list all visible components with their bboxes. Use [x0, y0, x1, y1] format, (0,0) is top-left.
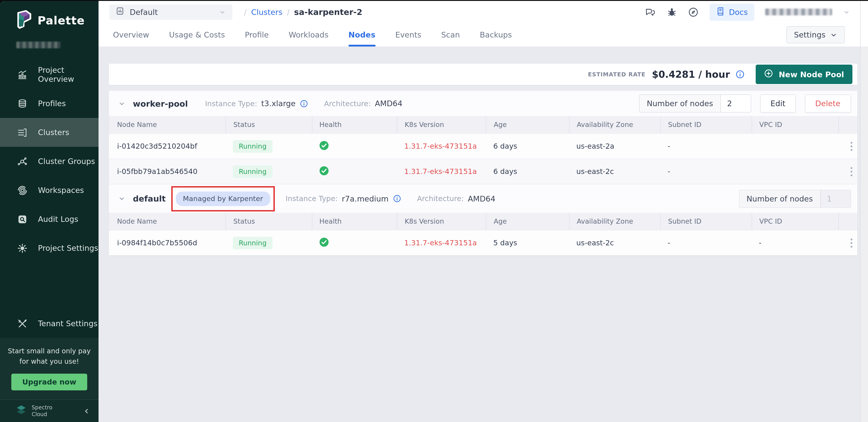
health-check-icon [319, 240, 329, 249]
scrollbar-gutter-track [860, 46, 868, 422]
col-health: Health [312, 116, 397, 133]
docs-button[interactable]: Docs [710, 3, 754, 21]
circle-plus-icon [764, 69, 773, 80]
user-menu-chevron-icon[interactable] [843, 8, 850, 15]
settings-label: Settings [794, 30, 826, 39]
delete-pool-button[interactable]: Delete [805, 94, 851, 112]
node-row: i-01420c3d5210204bf Running 1.31.7-eks-4… [109, 133, 857, 159]
footer-brand-top: Spectro [32, 404, 53, 411]
sidebar-item-label: Cluster Groups [38, 157, 95, 166]
col-availability-zone: Availability Zone [569, 116, 660, 133]
tab-nodes[interactable]: Nodes [348, 23, 375, 46]
availability-zone: us-east-2c [569, 167, 660, 176]
node-name: i-05fbb79a1ab546540 [109, 167, 226, 176]
row-menu-kebab-icon[interactable] [846, 142, 857, 151]
node-name: i-01420c3d5210204bf [109, 142, 226, 151]
sidebar-item-label: Project Settings [38, 244, 98, 253]
col-node-name: Node Name [109, 116, 226, 133]
project-selector[interactable]: Default [110, 4, 232, 20]
settings-button[interactable]: Settings [786, 26, 844, 43]
sidebar-item-label: Workspaces [38, 186, 84, 195]
node-age: 6 days [486, 142, 569, 151]
gear-icon [16, 243, 28, 253]
col-vpc-id: VPC ID [752, 116, 838, 133]
sidebar-item-cluster-groups[interactable]: Cluster Groups [0, 147, 98, 176]
sidebar-item-audit-logs[interactable]: Audit Logs [0, 205, 98, 234]
redacted-tenant-name [16, 41, 61, 48]
node-row: i-05fbb79a1ab546540 Running 1.31.7-eks-4… [109, 159, 857, 184]
pool-name: default [133, 194, 166, 203]
node-pools: worker-pool Instance Type: t3.xlarge Arc… [109, 91, 857, 255]
pool-header-default: default Managed by Karpenter Instance Ty… [109, 184, 857, 213]
help-compass-icon[interactable] [688, 6, 699, 18]
number-of-nodes-label: Number of nodes [739, 190, 820, 207]
sidebar-item-tenant-settings[interactable]: Tenant Settings [0, 309, 98, 338]
instance-type-label: Instance Type: [205, 99, 257, 108]
tab-events[interactable]: Events [395, 23, 421, 46]
project-scope-icon [116, 7, 124, 17]
breadcrumb-clusters-link[interactable]: Clusters [251, 7, 282, 17]
pool-collapse-chevron-icon[interactable] [118, 195, 126, 202]
promo-line-1: Start small and only pay [4, 346, 94, 356]
scrollbar-gutter[interactable] [860, 1, 868, 422]
col-availability-zone: Availability Zone [569, 213, 660, 230]
node-name: i-0984f14b0c7b5506d [109, 238, 226, 247]
row-menu-kebab-icon[interactable] [846, 238, 857, 247]
project-overview-icon [16, 69, 28, 80]
sidebar-item-workspaces[interactable]: Workspaces [0, 176, 98, 205]
tab-backups[interactable]: Backups [480, 23, 512, 46]
redacted-username[interactable] [765, 8, 832, 15]
estimated-rate-value: $0.4281 / hour [652, 69, 730, 80]
col-vpc-id: VPC ID [752, 213, 838, 230]
app-window: Palette Project Overview [0, 1, 868, 422]
tab-scan[interactable]: Scan [441, 23, 460, 46]
new-node-pool-button[interactable]: New Node Pool [756, 65, 852, 84]
col-k8s-version: K8s Version [397, 116, 486, 133]
status-badge: Running [233, 165, 273, 178]
breadcrumb-current: sa-karpenter-2 [294, 7, 362, 17]
number-of-nodes-field: Number of nodes 1 [739, 190, 851, 207]
col-actions [838, 116, 857, 133]
feedback-chat-icon[interactable] [645, 6, 656, 18]
rate-info-icon[interactable] [735, 70, 745, 79]
row-menu-kebab-icon[interactable] [846, 167, 857, 176]
col-status: Status [226, 116, 312, 133]
docs-label: Docs [729, 7, 748, 17]
tab-workloads[interactable]: Workloads [288, 23, 329, 46]
k8s-version: 1.31.7-eks-473151a [397, 142, 486, 151]
tab-usage-costs[interactable]: Usage & Costs [169, 23, 225, 46]
instance-type-info-icon[interactable] [393, 194, 401, 203]
sidebar-item-project-settings[interactable]: Project Settings [0, 234, 98, 262]
sidebar-item-profiles[interactable]: Profiles [0, 89, 98, 118]
footer-brand-bottom: Cloud [32, 411, 53, 418]
health-check-icon [319, 143, 329, 152]
nodes-table-header: Node Name Status Health K8s Version Age … [109, 213, 857, 230]
tab-overview[interactable]: Overview [113, 23, 149, 46]
brand-row: Palette [0, 1, 98, 31]
number-of-nodes-input[interactable]: 2 [721, 95, 750, 112]
clusters-icon [16, 127, 28, 137]
audit-logs-icon [16, 214, 28, 224]
topbar-actions: Docs [645, 3, 850, 21]
instance-type-info-icon[interactable] [300, 99, 308, 108]
sidebar-item-clusters[interactable]: Clusters [0, 118, 98, 147]
collapse-sidebar-icon[interactable] [83, 407, 90, 415]
bug-report-icon[interactable] [666, 7, 677, 17]
number-of-nodes-label: Number of nodes [640, 95, 721, 112]
number-of-nodes-field: Number of nodes 2 [639, 94, 751, 112]
pool-collapse-chevron-icon[interactable] [118, 100, 126, 107]
sidebar-bottom: Tenant Settings Start small and only pay… [0, 309, 98, 422]
cluster-tabs: Overview Usage & Costs Profile Workloads… [98, 23, 860, 46]
col-subnet-id: Subnet ID [660, 116, 752, 133]
col-age: Age [486, 213, 569, 230]
instance-type-label: Instance Type: [286, 194, 338, 203]
sidebar-item-label: Clusters [38, 128, 69, 137]
promo-text: Start small and only pay for what you us… [4, 346, 94, 366]
vpc-id: - [752, 238, 838, 247]
col-node-name: Node Name [109, 213, 226, 230]
tab-profile[interactable]: Profile [245, 23, 269, 46]
upgrade-now-button[interactable]: Upgrade now [11, 374, 87, 390]
edit-pool-button[interactable]: Edit [760, 94, 796, 112]
pool-actions: Number of nodes 2 Edit Delete [639, 94, 851, 112]
sidebar-item-project-overview[interactable]: Project Overview [0, 60, 98, 89]
